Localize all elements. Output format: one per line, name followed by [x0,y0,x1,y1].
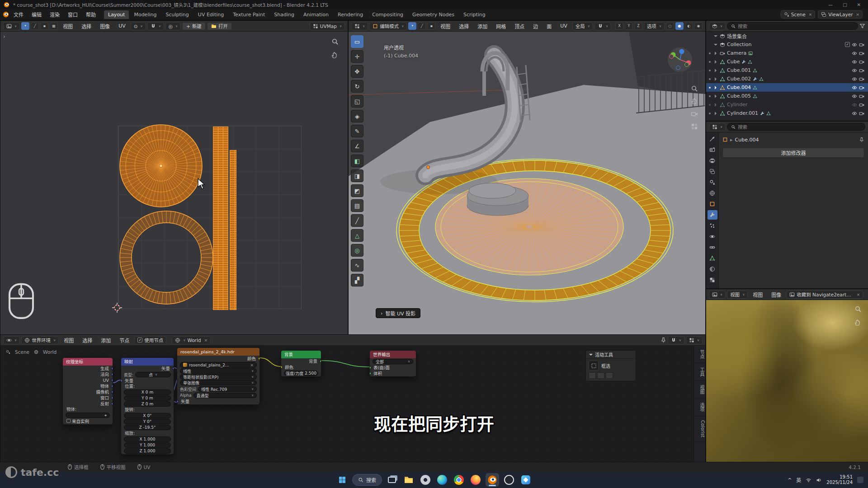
render-visibility-icon[interactable] [859,85,864,90]
hide-eye-icon[interactable] [852,59,857,65]
mapping-type-dropdown[interactable]: 点∨ [135,372,171,377]
uv-island-strip-short[interactable] [230,150,236,310]
outliner-row-cube-001[interactable]: Cube.001 [706,66,868,75]
colorspace-dropdown[interactable]: 线性 Rec.709∨ [198,386,257,392]
workspace-tab-rendering[interactable]: Rendering [334,10,367,19]
mode-selector[interactable]: 编辑模式 ∨ [369,22,407,30]
tab-render[interactable] [708,145,717,155]
workspace-tab-modeling[interactable]: Modeling [130,10,160,19]
shd-menu-select[interactable]: 选择 [79,335,96,345]
outliner-search[interactable]: 搜索 [727,22,858,30]
socket-normal[interactable] [111,373,113,376]
source-dropdown[interactable]: 单张图像∨ [180,380,257,385]
strength-field[interactable]: 强度/力度2.500 [284,371,318,376]
tool-transform[interactable]: ◈ [351,110,363,122]
vp-menu-add[interactable]: 添加 [474,21,491,31]
select-mode-vertex[interactable]: • [408,22,416,30]
render-visibility-icon[interactable] [859,111,864,116]
outliner-row-camera[interactable]: Camera [706,49,868,57]
workspace-tab-texture-paint[interactable]: Texture Paint [229,10,269,19]
tab-particles[interactable] [708,221,717,230]
sidebar-tab-colorist[interactable]: Colorist [694,416,705,442]
mirror-y-toggle[interactable]: Y [625,22,633,30]
uv-menu-view[interactable]: 视图 [59,21,76,31]
node-environment-texture[interactable]: rosendal_plains_2_4k.hdr 颜色 rosendal_pla… [177,347,260,405]
image-mode-selector[interactable]: 视图 ∨ [727,291,748,299]
zoom-icon[interactable] [331,38,339,45]
close-button[interactable]: ✕ [857,2,861,7]
menu-window[interactable]: 窗口 [64,9,81,19]
image-datablock-selector[interactable]: 收藏到 Navigate2earth.jpg × [786,291,863,299]
hide-eye-icon[interactable] [852,42,857,47]
node-world-output[interactable]: 世界输出 全部∨ 表(曲)面 体积 [369,350,416,377]
select-mode-edge[interactable]: ╱ [418,22,426,30]
snapping-selector[interactable]: ∨ [147,22,164,30]
expand-icon[interactable] [713,51,718,56]
vp-menu-mesh[interactable]: 网格 [492,21,509,31]
alpha-dropdown[interactable]: 直通型∨ [193,393,257,398]
vp-menu-view[interactable]: 视图 [437,21,454,31]
location-y-field[interactable]: Y 0 m [124,395,171,401]
start-button[interactable] [335,473,349,487]
tool-move[interactable]: ✥ [351,65,363,78]
unlink-icon[interactable]: × [204,338,208,343]
uv-canvas[interactable]: › [0,32,348,334]
proportional-edit-selector[interactable]: ◎ ∨ [165,22,181,30]
workspace-tab-animation[interactable]: Animation [299,10,333,19]
uv-island-ring[interactable] [120,211,213,304]
orientation-selector[interactable]: 全局 ∨ [572,22,593,30]
shading-rendered[interactable]: ◉ [694,22,703,30]
uvmap-selector[interactable]: UVMap ∨ [310,22,345,30]
vp-menu-select[interactable]: 选择 [455,21,472,31]
socket-background-out[interactable] [320,360,321,363]
render-visibility-icon[interactable] [859,68,864,73]
pan-hand-icon[interactable] [331,52,338,59]
tab-physics[interactable] [708,232,717,241]
expand-icon[interactable] [713,34,718,38]
hide-eye-icon[interactable] [852,51,857,56]
shader-type-selector[interactable]: 世界环境 ∨ [21,336,59,344]
shd-menu-add[interactable]: 添加 [97,335,114,345]
file-explorer-button[interactable] [402,473,415,487]
expand-icon[interactable] [713,68,718,73]
hide-eye-icon[interactable] [852,76,857,82]
uv-island-strip-long[interactable] [213,127,228,310]
viewlayer-unlink-icon[interactable]: × [856,12,859,17]
shd-menu-view[interactable]: 视图 [60,335,77,345]
socket-generated[interactable] [111,367,113,370]
blender-menu-icon[interactable] [3,11,9,18]
tool-cursor[interactable]: ✛ [351,50,363,63]
object-field[interactable]: ⌖ [66,413,110,418]
overlays-toggle[interactable]: ∨ [686,336,703,344]
world-datablock-selector[interactable]: ∨ World × [172,336,211,344]
workspace-tab-compositing[interactable]: Compositing [368,10,407,19]
socket-uv[interactable] [111,379,113,382]
editor-type-selector[interactable]: ∨ [351,22,368,30]
expand-icon[interactable] [713,103,718,107]
socket-volume-in[interactable] [370,372,371,375]
expand-icon[interactable] [713,111,718,116]
tool-rip-region[interactable]: ▞ [351,274,363,286]
wifi-icon[interactable] [806,477,811,483]
hide-eye-icon[interactable] [852,94,857,99]
vp-menu-edge[interactable]: 边 [529,21,542,31]
pan-hand-icon[interactable] [691,98,698,105]
firefox-browser-button[interactable] [469,473,482,487]
outliner-display-mode[interactable]: ∨ [709,22,726,30]
viewport-canvas[interactable]: ▭ ✛ ✥ ↻ ◱ ◈ ✎ ∠ ◧ ◨ ◩ ▤ ╱ △ ◎ ∿ ▞ 用户透视 (… [349,32,705,334]
scene-selector[interactable]: Scene × [781,10,816,19]
uv-menu-image[interactable]: 图像 [96,21,113,31]
mode-subtract-button[interactable] [606,372,613,379]
zoom-icon[interactable] [854,305,862,313]
vp-menu-face[interactable]: 面 [543,21,555,31]
tool-knife[interactable]: ╱ [351,214,363,227]
properties-search[interactable]: 搜索 [727,123,865,131]
menu-render[interactable]: 渲染 [46,9,63,19]
node-background[interactable]: 背景 背景 颜色 强度/力度2.500 [281,350,321,377]
tray-expand-button[interactable]: ^ [788,477,792,483]
tool-extrude[interactable]: ◨ [351,169,363,182]
pin-icon[interactable] [660,337,666,343]
outliner-row-cube-004[interactable]: Cube.004 [706,83,868,92]
tab-constraints[interactable] [708,243,717,252]
target-dropdown[interactable]: 全部∨ [373,359,413,364]
